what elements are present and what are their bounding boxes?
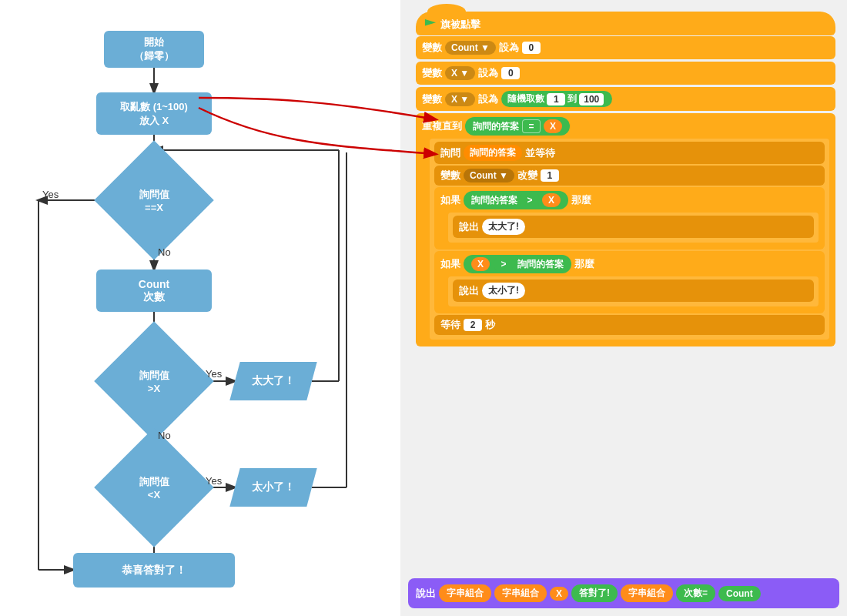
diamond1-wrap: 詢問值==X — [109, 158, 199, 243]
if-small-condition: X > 詢問的答案 — [464, 255, 571, 273]
say-small-text: 太小了! — [482, 283, 525, 299]
random-min: 1 — [547, 93, 565, 105]
x-val: X — [550, 587, 568, 601]
change-value: 1 — [541, 169, 559, 182]
random-max: 100 — [579, 93, 604, 105]
ask-answer: 詢問的答案 — [464, 145, 522, 161]
repeat-label: 重複直到 — [422, 119, 462, 133]
gt-sign2: > — [494, 258, 513, 270]
ask-wait-block: 詢問 詢問的答案 並等待 — [434, 142, 825, 164]
correct-text: 答對了! — [571, 584, 618, 602]
too-big-shape: 太大了！ — [229, 362, 316, 400]
wait-value: 2 — [464, 319, 482, 331]
set-x-label: 變數 — [422, 66, 442, 80]
if-label2: 如果 — [440, 257, 460, 271]
label-yes-right2: Yes — [206, 475, 222, 487]
random-block: 隨機取數 1 到 100 — [501, 91, 612, 107]
if-small-header: 如果 X > 詢問的答案 那麼 — [440, 255, 819, 273]
repeat-until-block: 重複直到 詢問的答案 = X 詢問 詢問的答案 並等待 變數 Co — [416, 113, 835, 346]
join3: 字串組合 — [621, 584, 673, 602]
repeat-condition: 詢問的答案 = X — [465, 117, 570, 136]
x-oval3: X — [471, 257, 490, 271]
var-label: 變數 — [422, 92, 442, 106]
wait-block: 等待 2 秒 — [434, 315, 825, 335]
say-label2: 說出 — [459, 284, 479, 298]
set-label2: 設為 — [478, 66, 498, 80]
then-label1: 那麼 — [571, 193, 591, 207]
diamond3-wrap: 詢問值<X — [109, 445, 199, 530]
x-oval2: X — [542, 193, 561, 207]
scratch-blocks: 旗被點擊 變數 Count ▼ 設為 0 變數 X ▼ 設為 0 變數 X ▼ … — [416, 12, 835, 348]
ask-label: 詢問 — [440, 146, 460, 160]
start-shape: 開始 （歸零） — [104, 31, 204, 68]
say-big-block: 說出 太大了! — [453, 216, 814, 238]
x-var2: X ▼ — [445, 92, 475, 106]
if-big-header: 如果 詢問的答案 > X 那麼 — [440, 191, 819, 209]
wait-label: 並等待 — [525, 146, 555, 160]
count-var: Count ▼ — [445, 41, 496, 55]
if-small-inner: 說出 太小了! — [448, 276, 819, 306]
count-shape: Count次數 — [96, 270, 212, 312]
wait-label2: 等待 — [440, 318, 460, 332]
flowchart-container: 開始 （歸零） 取亂數 (1~100)放入 X 詢問值==X Count次數 詢… — [15, 15, 385, 601]
say-final-block: 說出 字串組合 字串組合 X 答對了! 字串組合 次數= Count — [408, 578, 839, 608]
change-var-label: 變數 — [440, 169, 460, 182]
scratch-panel: 旗被點擊 變數 Count ▼ 設為 0 變數 X ▼ 設為 0 變數 X ▼ … — [400, 0, 847, 616]
diamond2-text: 詢問值>X — [139, 369, 169, 394]
sec-label: 秒 — [485, 318, 495, 332]
label-no-down1: No — [158, 246, 171, 258]
set-count-block: 變數 Count ▼ 設為 0 — [416, 36, 835, 59]
count-var2: Count ▼ — [464, 169, 514, 182]
x-value: 0 — [501, 67, 520, 79]
say-label1: 說出 — [459, 220, 479, 234]
set-label: 設為 — [499, 41, 519, 55]
eq-sign: = — [522, 119, 541, 133]
diamond2-wrap: 詢問值>X — [109, 339, 199, 424]
set-count-label: 變數 — [422, 41, 442, 55]
label-no-down2: No — [158, 430, 171, 441]
count-text: 次數= — [676, 584, 715, 602]
if-big-block: 如果 詢問的答案 > X 那麼 說出 太大了! — [434, 187, 825, 249]
change-label: 改變 — [517, 169, 537, 182]
join1: 字串組合 — [439, 584, 491, 602]
label-yes-left: Yes — [42, 189, 59, 200]
if-label1: 如果 — [440, 193, 460, 207]
random-shape: 取亂數 (1~100)放入 X — [96, 92, 212, 135]
say-big-text: 太大了! — [482, 219, 525, 235]
too-small-shape: 太小了！ — [229, 468, 316, 507]
if-big-condition: 詢問的答案 > X — [464, 191, 568, 209]
diamond3-text: 詢問值<X — [139, 475, 169, 500]
flowchart-panel: 開始 （歸零） 取亂數 (1~100)放入 X 詢問值==X Count次數 詢… — [0, 0, 400, 616]
x-oval: X — [544, 119, 562, 133]
count-val: Count — [718, 586, 761, 601]
say-small-block: 說出 太小了! — [453, 280, 814, 302]
hat-block: 旗被點擊 — [416, 12, 835, 35]
then-label2: 那麼 — [574, 257, 594, 271]
set-x-random-block: 變數 X ▼ 設為 隨機取數 1 到 100 — [416, 87, 835, 111]
flag-icon — [425, 19, 436, 30]
congrats-shape: 恭喜答對了！ — [73, 553, 235, 588]
gt-sign: > — [521, 194, 539, 206]
set-label3: 設為 — [478, 92, 498, 106]
if-small-block: 如果 X > 詢問的答案 那麼 說出 太小了! — [434, 251, 825, 313]
x-var: X ▼ — [445, 66, 475, 80]
label-yes-right1: Yes — [206, 368, 222, 380]
repeat-header: 重複直到 詢問的答案 = X — [422, 117, 829, 136]
repeat-inner: 詢問 詢問的答案 並等待 變數 Count ▼ 改變 1 如果 詢問 — [430, 139, 829, 340]
if-big-inner: 說出 太大了! — [448, 213, 819, 243]
hat-label: 旗被點擊 — [440, 18, 480, 32]
set-x-block: 變數 X ▼ 設為 0 — [416, 62, 835, 85]
change-count-block: 變數 Count ▼ 改變 1 — [434, 166, 825, 186]
count-value: 0 — [522, 42, 541, 54]
say-final-label: 說出 — [416, 587, 436, 601]
diamond1-text: 詢問值==X — [139, 188, 169, 213]
join2: 字串組合 — [494, 584, 547, 602]
